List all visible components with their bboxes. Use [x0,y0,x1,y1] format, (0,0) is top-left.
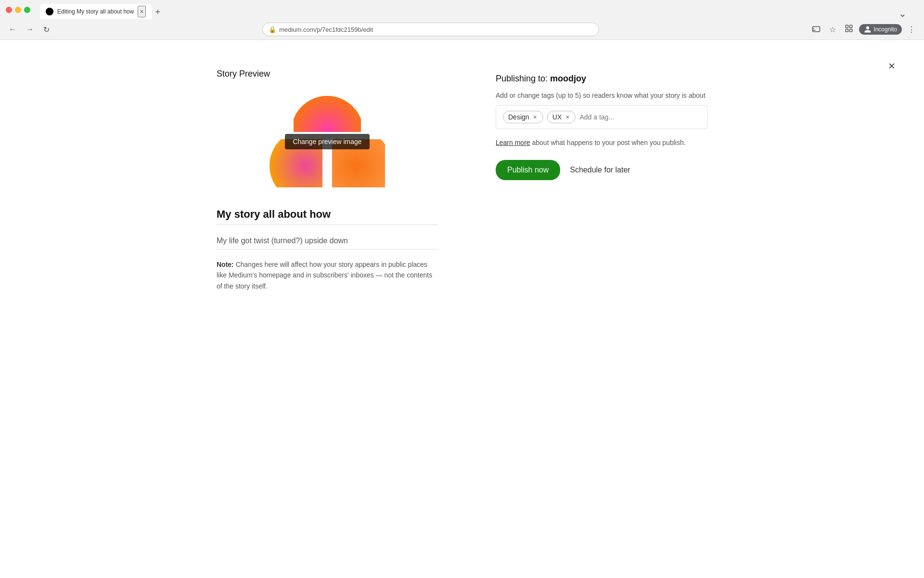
tag-label-ux: UX [552,113,562,121]
publication-name: moodjoy [550,74,586,83]
extension-button[interactable] [842,22,856,37]
svg-rect-4 [850,29,852,32]
url-input[interactable]: 🔒 medium.com/p/7ec1fdc2159b/edit [262,23,599,36]
incognito-label: Incognito [873,26,897,33]
traffic-lights [6,7,30,13]
address-bar: ← → ↻ 🔒 medium.com/p/7ec1fdc2159b/edit ☆… [0,19,924,39]
menu-button[interactable]: ⋮ [905,23,918,36]
tab-title: Editing My story all about how [57,8,134,15]
publishing-to-label: Publishing to: [496,74,548,83]
tag-remove-design-button[interactable]: × [532,113,538,121]
preview-image-area[interactable]: Change preview image [217,89,438,195]
learn-more-text: Learn more about what happens to your po… [496,139,707,146]
change-preview-image-button[interactable]: Change preview image [285,134,369,149]
active-tab[interactable]: Editing My story all about how × [40,4,152,19]
story-subtitle-input[interactable] [217,233,438,250]
url-text: medium.com/p/7ec1fdc2159b/edit [279,26,373,33]
story-preview-panel: Story Preview [217,69,438,291]
svg-rect-0 [813,26,820,32]
modal-container: Story Preview [0,40,924,320]
tags-description: Add or change tags (up to 5) so readers … [496,92,707,99]
close-window-button[interactable] [6,7,12,13]
tag-add-input[interactable] [579,113,700,121]
note-text: Note: Changes here will affect how your … [217,259,438,291]
publish-now-button[interactable]: Publish now [496,160,560,180]
back-button[interactable]: ← [6,23,19,36]
note-label: Note: [217,261,234,268]
incognito-badge: Incognito [859,24,902,35]
tag-remove-ux-button[interactable]: × [565,113,570,121]
story-title-input[interactable] [217,204,438,225]
tab-bar: Editing My story all about how × + ⌄ [34,0,918,19]
note-body: Changes here will affect how your story … [217,261,432,290]
learn-more-link[interactable]: Learn more [496,139,530,146]
svg-rect-3 [846,29,848,32]
cast-button[interactable] [809,22,823,37]
tab-list-button[interactable]: ⌄ [898,8,912,19]
tab-close-button[interactable]: × [138,6,145,17]
publishing-to: Publishing to: moodjoy [496,74,707,84]
lock-icon: 🔒 [269,26,276,33]
reload-button[interactable]: ↻ [40,23,52,36]
action-buttons: Publish now Schedule for later [496,160,707,180]
tag-chip-design: Design × [503,111,543,123]
tags-input-area[interactable]: Design × UX × [496,105,707,129]
new-tab-button[interactable]: + [152,5,165,19]
forward-button[interactable]: → [23,23,37,36]
title-bar: Editing My story all about how × + ⌄ [0,0,924,19]
page-content: × Story Preview [0,40,924,561]
svg-rect-2 [850,25,852,27]
close-dialog-button[interactable]: × [888,59,895,73]
schedule-later-button[interactable]: Schedule for later [570,166,630,174]
browser-chrome: Editing My story all about how × + ⌄ ← →… [0,0,924,40]
tag-chip-ux: UX × [547,111,576,123]
learn-more-rest: about what happens to your post when you… [530,139,686,146]
bookmark-button[interactable]: ☆ [826,23,839,36]
story-preview-title: Story Preview [217,69,438,79]
tab-favicon [46,8,53,15]
publishing-panel: Publishing to: moodjoy Add or change tag… [496,69,707,291]
maximize-window-button[interactable] [24,7,30,13]
toolbar-right: ☆ Incognito ⋮ [809,22,918,37]
minimize-window-button[interactable] [15,7,21,13]
svg-rect-1 [846,25,848,27]
address-bar-container: 🔒 medium.com/p/7ec1fdc2159b/edit [56,23,805,36]
tag-label-design: Design [508,113,529,121]
